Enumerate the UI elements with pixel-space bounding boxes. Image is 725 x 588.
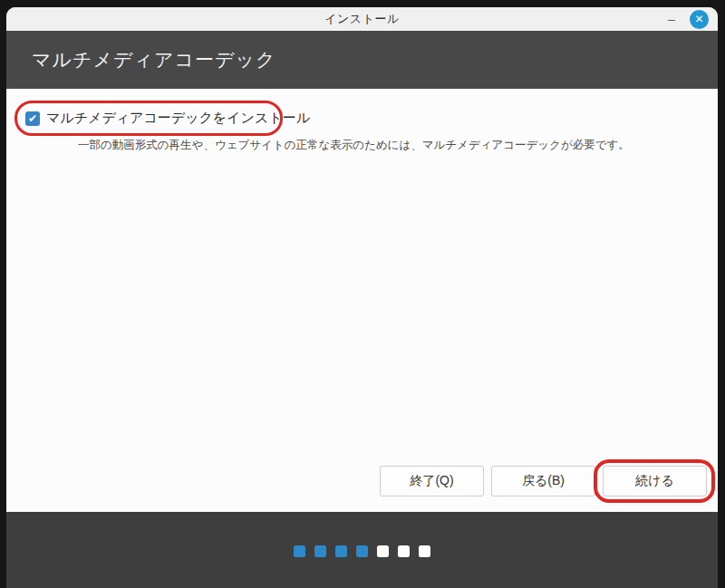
page-title: マルチメディアコーデック bbox=[32, 47, 276, 72]
button-row: 終了(Q) 戻る(B) 続ける bbox=[380, 466, 707, 496]
progress-dot-active bbox=[294, 545, 305, 557]
minimize-button[interactable]: – bbox=[666, 7, 677, 31]
checkmark-icon: ✔ bbox=[28, 113, 37, 124]
quit-button[interactable]: 終了(Q) bbox=[380, 466, 484, 496]
progress-dot-inactive bbox=[419, 545, 430, 557]
codecs-description: 一部の動画形式の再生や、ウェブサイトの正常な表示のためには、マルチメディアコーデ… bbox=[78, 138, 630, 153]
installer-window: インストール – ✕ マルチメディアコーデック ✔ マルチメディアコーデックをイ… bbox=[6, 7, 718, 588]
content-area: ✔ マルチメディアコーデックをインストール 一部の動画形式の再生や、ウェブサイト… bbox=[6, 89, 718, 512]
back-button[interactable]: 戻る(B) bbox=[491, 466, 595, 496]
continue-button[interactable]: 続ける bbox=[603, 466, 707, 496]
install-codecs-checkbox-row[interactable]: ✔ マルチメディアコーデックをインストール bbox=[25, 110, 310, 127]
minimize-icon: – bbox=[668, 13, 675, 25]
checkbox-checked-icon[interactable]: ✔ bbox=[25, 111, 40, 126]
window-title: インストール bbox=[324, 11, 400, 27]
progress-dot-active bbox=[314, 545, 326, 557]
close-icon: ✕ bbox=[694, 14, 703, 24]
progress-dot-inactive bbox=[398, 545, 410, 557]
progress-dots bbox=[294, 545, 430, 557]
checkbox-label[interactable]: マルチメディアコーデックをインストール bbox=[46, 110, 310, 127]
window-controls: – ✕ bbox=[666, 7, 709, 31]
titlebar[interactable]: インストール – ✕ bbox=[6, 7, 718, 31]
page-header: マルチメディアコーデック bbox=[6, 31, 718, 89]
progress-dot-active bbox=[356, 545, 368, 557]
progress-dot-active bbox=[335, 545, 347, 557]
footer bbox=[6, 512, 718, 588]
close-button[interactable]: ✕ bbox=[690, 10, 709, 29]
progress-dot-inactive bbox=[377, 545, 389, 557]
